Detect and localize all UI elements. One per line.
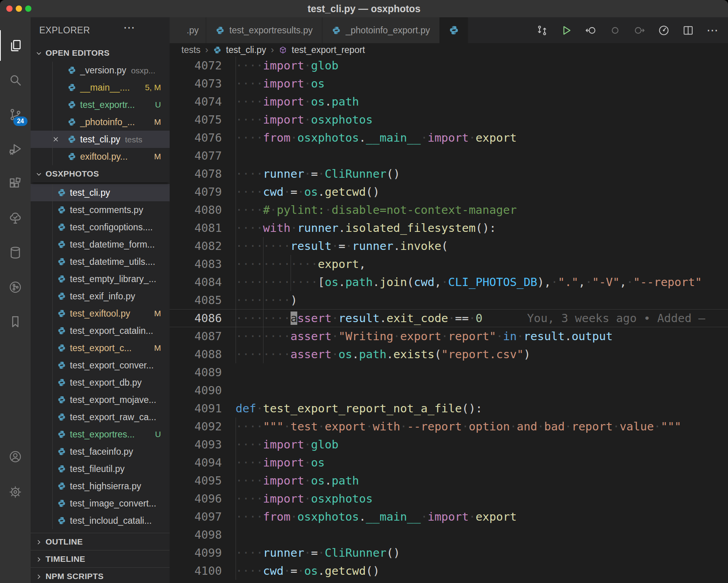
line-number[interactable]: 4084 bbox=[170, 273, 222, 291]
code-line-4099[interactable]: 4099····runner·=·CliRunner() bbox=[170, 544, 728, 562]
tab-test_exportresults.py[interactable]: test_exportresults.py bbox=[206, 17, 322, 43]
code-line-4081[interactable]: 4081····with·runner.isolated_filesystem(… bbox=[170, 219, 728, 237]
tree-item-test_comments.py[interactable]: test_comments.py bbox=[31, 201, 170, 219]
open-editor-test_exportr...[interactable]: test_exportr...U bbox=[31, 96, 170, 113]
code-line-4098[interactable]: 4098 bbox=[170, 526, 728, 544]
tree-item-test_image_convert...[interactable]: test_image_convert... bbox=[31, 495, 170, 512]
line-number[interactable]: 4093 bbox=[170, 435, 222, 454]
open-editor-_photoinfo_...[interactable]: _photoinfo_...M bbox=[31, 113, 170, 131]
explorer-more-actions-icon[interactable]: ⋯ bbox=[123, 20, 135, 34]
test-explorer-activity-item[interactable] bbox=[0, 203, 31, 233]
code-line-4093[interactable]: 4093····import·glob bbox=[170, 435, 728, 454]
tree-item-test_fileutil.py[interactable]: test_fileutil.py bbox=[31, 460, 170, 477]
tree-item-test_configoptions....[interactable]: test_configoptions.... bbox=[31, 219, 170, 236]
section-npm-scripts[interactable]: NPM SCRIPTS bbox=[31, 567, 170, 583]
code-line-4083[interactable]: 4083············export, bbox=[170, 255, 728, 273]
extensions-activity-item[interactable] bbox=[0, 168, 31, 199]
close-icon[interactable] bbox=[52, 135, 60, 143]
line-number[interactable]: 4087 bbox=[170, 327, 222, 345]
code-line-4073[interactable]: 4073····import·os bbox=[170, 75, 728, 93]
line-number[interactable]: 4081 bbox=[170, 219, 222, 237]
source-control-activity-item[interactable]: 24 bbox=[0, 99, 31, 130]
code-line-4077[interactable]: 4077 bbox=[170, 147, 728, 165]
section-osxphotos[interactable]: OSXPHOTOS bbox=[31, 165, 170, 182]
tab-_photoinfo_export.py[interactable]: _photoinfo_export.py bbox=[322, 17, 440, 43]
code-line-4078[interactable]: 4078····runner·=·CliRunner() bbox=[170, 165, 728, 183]
open-editor-_version.py[interactable]: _version.pyosxp... bbox=[31, 62, 170, 79]
tree-item-test_export_catalin...[interactable]: test_export_catalin... bbox=[31, 322, 170, 339]
line-number[interactable]: 4077 bbox=[170, 147, 222, 165]
breadcrumb-item-tests[interactable]: tests bbox=[181, 45, 201, 55]
line-number[interactable]: 4092 bbox=[170, 417, 222, 435]
tree-item-test_empty_library_...[interactable]: test_empty_library_... bbox=[31, 270, 170, 288]
code-line-4087[interactable]: 4087········assert·"Writing·export·repor… bbox=[170, 327, 728, 345]
line-number[interactable]: 4096 bbox=[170, 490, 222, 508]
more-actions-icon[interactable]: ⋯ bbox=[706, 24, 719, 36]
code-line-4075[interactable]: 4075····import·osxphotos bbox=[170, 111, 728, 129]
tree-item-test_export_mojave...[interactable]: test_export_mojave... bbox=[31, 391, 170, 408]
line-number[interactable]: 4095 bbox=[170, 472, 222, 490]
minimize-window-button[interactable] bbox=[16, 5, 22, 12]
line-number[interactable]: 4080 bbox=[170, 201, 222, 219]
tree-item-test_incloud_catali...[interactable]: test_incloud_catali... bbox=[31, 512, 170, 529]
code-line-4080[interactable]: 4080····#·pylint:·disable=not-context-ma… bbox=[170, 201, 728, 219]
navigate-forward-icon[interactable] bbox=[633, 24, 646, 36]
line-number[interactable]: 4075 bbox=[170, 111, 222, 129]
tree-item-test_export_db.py[interactable]: test_export_db.py bbox=[31, 374, 170, 391]
code-line-4084[interactable]: 4084············[os.path.join(cwd,·CLI_P… bbox=[170, 273, 728, 291]
code-line-4086[interactable]: 4086········assert·result.exit_code·==·0… bbox=[170, 309, 728, 327]
tab-truncated[interactable]: .py bbox=[170, 17, 206, 43]
line-number[interactable]: 4090 bbox=[170, 381, 222, 399]
line-number[interactable]: 4088 bbox=[170, 345, 222, 363]
zoom-window-button[interactable] bbox=[25, 5, 31, 12]
line-number[interactable]: 4072 bbox=[170, 56, 222, 75]
line-number[interactable]: 4091 bbox=[170, 399, 222, 417]
files-activity-item[interactable] bbox=[0, 30, 31, 61]
search-activity-item[interactable] bbox=[0, 65, 31, 95]
record-dot-icon[interactable] bbox=[609, 24, 621, 36]
line-number[interactable]: 4082 bbox=[170, 237, 222, 255]
bookmarks-activity-item[interactable] bbox=[0, 306, 31, 337]
code-area[interactable]: 4072····import·glob4073····import·os4074… bbox=[170, 56, 728, 583]
breadcrumb-item-test_cli.py[interactable]: test_cli.py bbox=[226, 45, 266, 55]
line-number[interactable]: 4076 bbox=[170, 129, 222, 147]
code-line-4082[interactable]: 4082········result·=·runner.invoke( bbox=[170, 237, 728, 255]
code-line-4076[interactable]: 4076····from·osxphotos.__main__·import·e… bbox=[170, 129, 728, 147]
line-number[interactable]: 4074 bbox=[170, 93, 222, 111]
open-editor-exiftool.py...[interactable]: exiftool.py...M bbox=[31, 148, 170, 165]
tree-item-test_export_raw_ca...[interactable]: test_export_raw_ca... bbox=[31, 408, 170, 426]
line-number[interactable]: 4089 bbox=[170, 363, 222, 381]
section-open-editors[interactable]: OPEN EDITORS bbox=[31, 44, 170, 62]
open-editor-test_cli.py[interactable]: test_cli.pytests bbox=[31, 131, 170, 148]
code-line-4079[interactable]: 4079····cwd·=·os.getcwd() bbox=[170, 183, 728, 201]
code-line-4085[interactable]: 4085········) bbox=[170, 291, 728, 309]
breadcrumb-item-test_export_report[interactable]: test_export_report bbox=[292, 45, 365, 55]
code-line-4072[interactable]: 4072····import·glob bbox=[170, 56, 728, 75]
line-number[interactable]: 4085 bbox=[170, 291, 222, 309]
compare-changes-icon[interactable] bbox=[536, 24, 548, 36]
code-line-4089[interactable]: 4089 bbox=[170, 363, 728, 381]
tree-item-test_datetime_form...[interactable]: test_datetime_form... bbox=[31, 236, 170, 253]
tree-item-test_exif_info.py[interactable]: test_exif_info.py bbox=[31, 288, 170, 305]
database-activity-item[interactable] bbox=[0, 237, 31, 268]
code-line-4094[interactable]: 4094····import·os bbox=[170, 454, 728, 472]
code-line-4074[interactable]: 4074····import·os.path bbox=[170, 93, 728, 111]
line-number[interactable]: 4083 bbox=[170, 255, 222, 273]
code-line-4092[interactable]: 4092····"""·test·export·with·--report·op… bbox=[170, 417, 728, 435]
line-number[interactable]: 4098 bbox=[170, 526, 222, 544]
open-editor-__main__....[interactable]: __main__....5, M bbox=[31, 79, 170, 96]
section-outline[interactable]: OUTLINE bbox=[31, 533, 170, 550]
tree-item-test_datetime_utils....[interactable]: test_datetime_utils.... bbox=[31, 253, 170, 270]
close-window-button[interactable] bbox=[6, 5, 13, 12]
code-line-4097[interactable]: 4097····from·osxphotos.__main__·import·e… bbox=[170, 508, 728, 526]
code-line-4090[interactable]: 4090 bbox=[170, 381, 728, 399]
tree-item-test_export_c...[interactable]: test_export_c...M bbox=[31, 339, 170, 357]
tree-item-test_faceinfo.py[interactable]: test_faceinfo.py bbox=[31, 443, 170, 460]
gitlens-activity-item[interactable] bbox=[0, 272, 31, 302]
tree-item-test_highsierra.py[interactable]: test_highsierra.py bbox=[31, 477, 170, 495]
line-number[interactable]: 4097 bbox=[170, 508, 222, 526]
account-activity-item[interactable] bbox=[0, 441, 31, 472]
code-line-4091[interactable]: 4091def·test_export_report_not_a_file(): bbox=[170, 399, 728, 417]
settings-gear-activity-item[interactable] bbox=[0, 477, 31, 507]
tree-item-test_exiftool.py[interactable]: test_exiftool.pyM bbox=[31, 305, 170, 322]
